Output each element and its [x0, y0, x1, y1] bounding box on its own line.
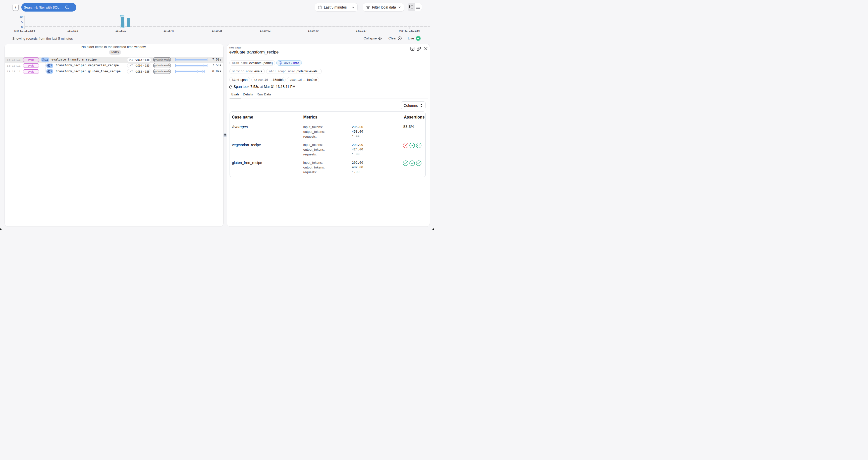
- svg-text:13:19:25: 13:19:25: [212, 29, 222, 32]
- svg-text:10: 10: [20, 15, 23, 18]
- svg-text:13:17:32: 13:17:32: [67, 29, 78, 32]
- svg-text:Mar 31. 13:16:55: Mar 31. 13:16:55: [14, 29, 35, 32]
- svg-text:5: 5: [21, 21, 23, 24]
- svg-text:13:18:47: 13:18:47: [163, 29, 174, 32]
- svg-text:Mar 31. 13:21:55: Mar 31. 13:21:55: [399, 29, 420, 32]
- svg-text:13:20:02: 13:20:02: [260, 29, 271, 32]
- svg-text:0: 0: [21, 26, 23, 29]
- svg-text:13:21:17: 13:21:17: [356, 29, 367, 32]
- svg-text:13:20:40: 13:20:40: [308, 29, 319, 32]
- svg-text:13:18:10: 13:18:10: [116, 29, 126, 32]
